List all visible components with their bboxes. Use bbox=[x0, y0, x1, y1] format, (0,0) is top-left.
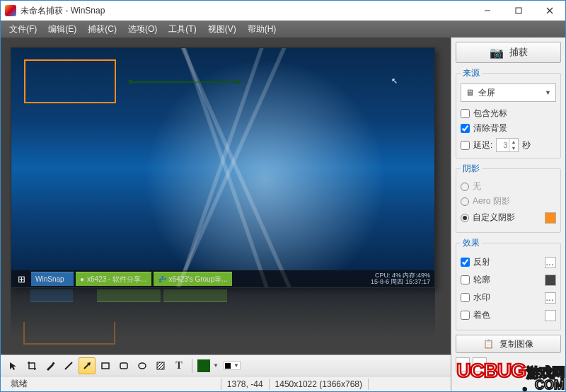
svg-line-11 bbox=[157, 362, 160, 365]
include-cursor-checkbox[interactable]: 包含光标 bbox=[461, 106, 556, 121]
annotation-rectangle[interactable] bbox=[24, 59, 116, 103]
close-button[interactable] bbox=[534, 1, 565, 21]
tool-line[interactable] bbox=[60, 357, 77, 374]
effect-watermark-label: 水印 bbox=[473, 292, 490, 304]
spinner-up-icon[interactable]: ▲ bbox=[509, 139, 517, 145]
effect-watermark-checkbox[interactable]: 水印 bbox=[461, 290, 545, 305]
menu-options[interactable]: 选项(O) bbox=[122, 22, 163, 37]
tool-pointer[interactable] bbox=[5, 357, 22, 374]
tool-hatch[interactable] bbox=[152, 357, 169, 374]
canvas-area: ↖ ⊞ WinSnap ● x6423 - 软件分享... 💤 x6423's … bbox=[1, 38, 451, 391]
effects-legend: 效果 bbox=[461, 237, 482, 249]
shadow-none-label: 无 bbox=[473, 180, 481, 192]
menu-help[interactable]: 帮助(H) bbox=[242, 22, 282, 37]
extra-swatch-1[interactable] bbox=[456, 357, 470, 371]
effect-outline-checkbox[interactable]: 轮廓 bbox=[461, 272, 545, 287]
tray-clock: 15-8-6 周四 15:37:17 bbox=[371, 279, 430, 285]
capture-button[interactable]: 📷 捕获 bbox=[456, 42, 561, 63]
minimize-button[interactable] bbox=[472, 1, 503, 21]
menu-view[interactable]: 视图(V) bbox=[202, 22, 242, 37]
menu-capture[interactable]: 捕获(C) bbox=[82, 22, 122, 37]
capture-button-label: 捕获 bbox=[509, 46, 528, 59]
shadow-custom-label: 自定义阴影 bbox=[473, 212, 515, 224]
fill-swatch-icon bbox=[225, 363, 231, 369]
fill-color-picker[interactable]: ▼ bbox=[224, 361, 241, 370]
tool-arrow[interactable] bbox=[79, 357, 96, 374]
delay-checkbox[interactable] bbox=[461, 141, 470, 150]
shadow-custom-radio[interactable]: 自定义阴影 bbox=[461, 210, 545, 225]
shadow-legend: 阴影 bbox=[461, 163, 482, 175]
shadow-aero-radio[interactable]: Aero 阴影 bbox=[461, 194, 556, 209]
effects-group: 效果 反射… 轮廓 水印… 着色 bbox=[456, 237, 561, 330]
copy-image-label: 复制图像 bbox=[499, 338, 533, 350]
system-tray: CPU: 4% 内存:49% 15-8-6 周四 15:37:17 bbox=[366, 272, 434, 286]
cursor-icon: ↖ bbox=[391, 76, 398, 86]
effect-outline-label: 轮廓 bbox=[473, 274, 490, 286]
effect-tint-checkbox[interactable]: 着色 bbox=[461, 308, 545, 323]
app-icon bbox=[5, 5, 16, 16]
svg-line-5 bbox=[65, 362, 72, 369]
extra-swatch-2[interactable] bbox=[473, 357, 487, 371]
captured-screenshot[interactable]: ↖ ⊞ WinSnap ● x6423 - 软件分享... 💤 x6423's … bbox=[11, 47, 435, 288]
spinner-down-icon[interactable]: ▼ bbox=[509, 145, 517, 151]
taskbar-item-label: x6423's Group等... bbox=[169, 275, 228, 284]
effect-tint-label: 着色 bbox=[473, 309, 490, 321]
menubar: 文件(F) 编辑(E) 捕获(C) 选项(O) 工具(T) 视图(V) 帮助(H… bbox=[1, 21, 565, 38]
maximize-button[interactable] bbox=[503, 1, 534, 21]
screenshot-taskbar: ⊞ WinSnap ● x6423 - 软件分享... 💤 x6423's Gr… bbox=[11, 270, 434, 287]
chevron-down-icon: ▼ bbox=[233, 362, 239, 369]
toolbar-separator bbox=[192, 359, 192, 373]
source-legend: 来源 bbox=[461, 67, 482, 79]
delay-unit: 秒 bbox=[522, 139, 531, 151]
annotation-line[interactable] bbox=[130, 81, 239, 83]
effect-tint-swatch[interactable] bbox=[545, 310, 556, 321]
svg-point-9 bbox=[139, 363, 146, 369]
svg-line-6 bbox=[84, 364, 89, 369]
side-panel: 📷 捕获 来源 🖥 全屏 ▼ 包含光标 清除背景 bbox=[451, 38, 565, 391]
clear-bg-label: 清除背景 bbox=[473, 122, 507, 134]
include-cursor-label: 包含光标 bbox=[473, 108, 507, 120]
tool-crop[interactable] bbox=[23, 357, 40, 374]
source-mode-label: 全屏 bbox=[478, 87, 495, 99]
source-group: 来源 🖥 全屏 ▼ 包含光标 清除背景 bbox=[456, 67, 561, 158]
menu-tools[interactable]: 工具(T) bbox=[163, 22, 202, 37]
taskbar-item: 💤 x6423's Group等... bbox=[154, 272, 232, 286]
svg-rect-8 bbox=[120, 363, 127, 369]
clear-bg-checkbox[interactable]: 清除背景 bbox=[461, 121, 556, 136]
copy-image-button[interactable]: 📋 复制图像 bbox=[456, 335, 561, 353]
effect-reflect-checkbox[interactable]: 反射 bbox=[461, 255, 545, 270]
shadow-color-swatch[interactable] bbox=[545, 212, 556, 224]
taskbar-item-label: x6423 - 软件分享... bbox=[87, 275, 146, 284]
tool-roundrect[interactable] bbox=[115, 357, 132, 374]
camera-icon: 📷 bbox=[490, 46, 504, 59]
menu-edit[interactable]: 编辑(E) bbox=[42, 22, 82, 37]
shadow-none-radio[interactable]: 无 bbox=[461, 179, 556, 194]
main-area: ↖ ⊞ WinSnap ● x6423 - 软件分享... 💤 x6423's … bbox=[1, 38, 565, 391]
delay-spinner[interactable]: 3 ▲▼ bbox=[496, 138, 519, 152]
copy-icon: 📋 bbox=[483, 339, 494, 349]
taskbar-item: WinSnap bbox=[31, 272, 74, 286]
effect-watermark-settings[interactable]: … bbox=[545, 292, 556, 304]
source-mode-select[interactable]: 🖥 全屏 ▼ bbox=[461, 83, 556, 102]
svg-rect-1 bbox=[516, 8, 521, 13]
stroke-color-picker[interactable]: ▼ bbox=[195, 359, 221, 373]
svg-rect-7 bbox=[102, 363, 109, 369]
svg-line-13 bbox=[158, 364, 164, 369]
monitor-icon: 🖥 bbox=[466, 88, 474, 98]
status-coords: 1378, -44 bbox=[221, 379, 269, 389]
chevron-down-icon: ▼ bbox=[213, 362, 219, 369]
tool-text[interactable]: T bbox=[171, 357, 187, 374]
menu-file[interactable]: 文件(F) bbox=[4, 22, 42, 37]
tool-pen[interactable] bbox=[42, 357, 59, 374]
tool-rectangle[interactable] bbox=[97, 357, 114, 374]
statusbar: 就绪 1378, -44 1450x1022 (1366x768) bbox=[1, 376, 451, 391]
stroke-swatch-icon bbox=[197, 359, 210, 372]
canvas-viewport[interactable]: ↖ ⊞ WinSnap ● x6423 - 软件分享... 💤 x6423's … bbox=[1, 38, 451, 354]
titlebar: 未命名捕获 - WinSnap bbox=[1, 1, 565, 21]
tool-ellipse[interactable] bbox=[134, 357, 151, 374]
effect-reflect-settings[interactable]: … bbox=[545, 257, 556, 268]
delay-label: 延迟: bbox=[473, 139, 492, 151]
svg-line-14 bbox=[161, 367, 164, 369]
reflection-effect bbox=[11, 288, 435, 345]
effect-outline-swatch[interactable] bbox=[545, 275, 556, 286]
